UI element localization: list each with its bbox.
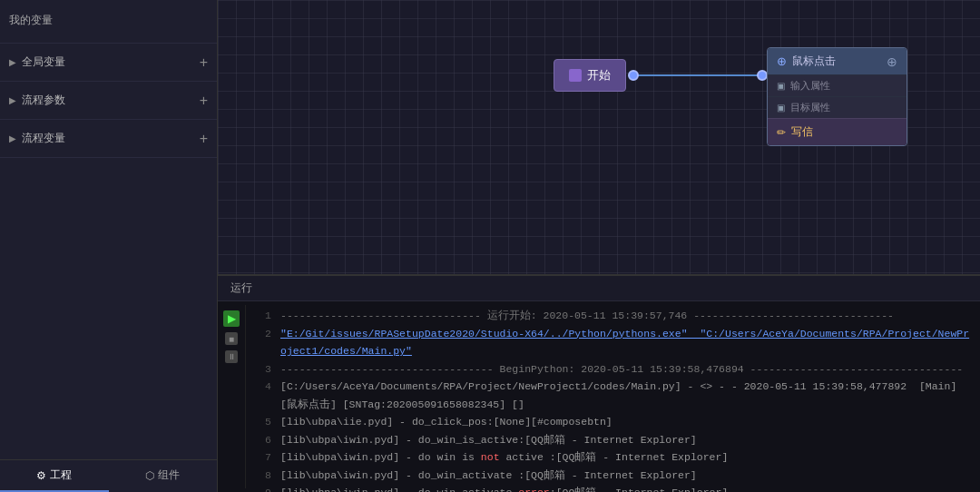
components-icon: ⬡ bbox=[145, 469, 154, 482]
pause-button[interactable]: ⏸ bbox=[225, 350, 238, 363]
log-line-text-not-active: [lib\ubpa\iwin.pyd] - do win is not acti… bbox=[280, 448, 971, 467]
log-line: 3 ---------------------------------- Beg… bbox=[255, 360, 971, 379]
node-input-props[interactable]: ▣ 输入属性 bbox=[768, 74, 906, 96]
add-flow-var-button[interactable]: + bbox=[200, 132, 208, 146]
log-line: 7 [lib\ubpa\iwin.pyd] - do win is not ac… bbox=[255, 448, 971, 467]
sidebar-item-global[interactable]: ▶ 全局变量 + bbox=[9, 51, 208, 74]
tab-components-label: 组件 bbox=[158, 467, 180, 483]
svg-point-2 bbox=[758, 71, 767, 80]
log-line: 1 -------------------------------- 运行开始:… bbox=[255, 307, 971, 325]
log-line-num: 1 bbox=[255, 307, 271, 325]
node-write[interactable]: ✏ 写信 bbox=[768, 118, 906, 145]
sidebar-item-params[interactable]: ▶ 流程参数 + bbox=[9, 89, 208, 112]
tab-engineering[interactable]: ⚙ 工程 bbox=[0, 460, 109, 492]
sidebar-flow-vars[interactable]: ▶ 流程变量 + bbox=[0, 120, 217, 158]
start-label: 开始 bbox=[587, 67, 611, 84]
arrow-icon-params: ▶ bbox=[9, 95, 16, 105]
log-line-text: [lib\ubpa\iwin.pyd] - do_win_activate :[… bbox=[280, 467, 971, 485]
move-handle[interactable]: ⊕ bbox=[887, 54, 897, 69]
log-line: 9 [lib\ubpa\iwin.pyd] - do_win_activate … bbox=[255, 484, 971, 492]
arrow-icon-global: ▶ bbox=[9, 57, 16, 67]
node-start[interactable]: 开始 bbox=[554, 59, 626, 92]
log-line-num: 8 bbox=[255, 467, 271, 485]
node-mouse-header: ⊕ 鼠标点击 ⊕ bbox=[768, 48, 906, 74]
main-content: 开始 ⊕ 鼠标点击 ⊕ ▣ 输入属性 ▣ 目标属性 ✏ 写信 bbox=[218, 0, 980, 492]
sidebar-item-flow-vars-label: 流程变量 bbox=[22, 131, 65, 146]
run-button[interactable]: ▶ bbox=[223, 310, 240, 327]
node-mouse-click[interactable]: ⊕ 鼠标点击 ⊕ ▣ 输入属性 ▣ 目标属性 ✏ 写信 bbox=[767, 47, 907, 146]
log-line: 8 [lib\ubpa\iwin.pyd] - do_win_activate … bbox=[255, 467, 971, 485]
log-line-text: ---------------------------------- Begin… bbox=[280, 360, 971, 379]
log-line-num: 6 bbox=[255, 431, 271, 449]
log-line-text: [C:/Users/AceYa/Documents/RPA/Project/Ne… bbox=[280, 378, 971, 413]
log-line: 2 "E:/Git/issues/RPASetupDate2020/Studio… bbox=[255, 325, 971, 360]
node-mouse-label: 鼠标点击 bbox=[792, 54, 836, 69]
log-line-num: 2 bbox=[255, 325, 271, 360]
sidebar-item-global-label: 全局变量 bbox=[22, 54, 65, 70]
log-line-text: [lib\ubpa\iwin.pyd] - do_win_is_active:[… bbox=[280, 431, 971, 449]
engineering-icon: ⚙ bbox=[36, 469, 46, 482]
sidebar-item-flow-vars[interactable]: ▶ 流程变量 + bbox=[9, 127, 208, 150]
log-line-num: 5 bbox=[255, 413, 271, 431]
mouse-icon: ⊕ bbox=[777, 54, 787, 68]
stop-button[interactable]: ■ bbox=[225, 332, 238, 345]
svg-point-1 bbox=[629, 71, 638, 80]
sidebar-item-params-label: 流程参数 bbox=[22, 93, 65, 108]
add-flow-param-button[interactable]: + bbox=[200, 93, 208, 108]
input-props-label: 输入属性 bbox=[790, 79, 830, 93]
sidebar: 我的变量 ▶ 全局变量 + ▶ 流程参数 + ▶ 流程变量 + bbox=[0, 0, 218, 492]
log-panel: 运行 ▶ ■ ⏸ 1 -----------------------------… bbox=[218, 274, 980, 492]
start-icon bbox=[569, 69, 582, 82]
add-global-var-button[interactable]: + bbox=[200, 55, 208, 70]
log-body[interactable]: ▶ ■ ⏸ 1 --------------------------------… bbox=[218, 301, 980, 492]
target-props-icon: ▣ bbox=[777, 103, 785, 113]
log-header-label: 运行 bbox=[230, 281, 252, 294]
sidebar-tabs: ⚙ 工程 ⬡ 组件 bbox=[0, 459, 217, 492]
arrow-icon-flow-vars: ▶ bbox=[9, 133, 16, 143]
sidebar-vars-title: 我的变量 bbox=[9, 7, 208, 35]
node-target-props[interactable]: ▣ 目标属性 bbox=[768, 96, 906, 118]
sidebar-item-flow-vars-left: ▶ 流程变量 bbox=[9, 131, 65, 146]
sidebar-my-vars: 我的变量 bbox=[0, 0, 217, 44]
write-label: 写信 bbox=[791, 124, 813, 140]
log-line-text-error-inline: [lib\ubpa\iwin.pyd] - do_win_activate er… bbox=[280, 484, 971, 492]
log-header: 运行 bbox=[218, 276, 980, 301]
log-line-num: 3 bbox=[255, 360, 271, 379]
log-line-link[interactable]: "E:/Git/issues/RPASetupDate2020/Studio-X… bbox=[280, 325, 971, 360]
log-lines: 1 -------------------------------- 运行开始:… bbox=[246, 305, 980, 488]
log-line-num: 9 bbox=[255, 484, 271, 492]
log-line-num: 7 bbox=[255, 448, 271, 467]
log-line: 5 [lib\ubpa\iie.pyd] - do_click_pos:[Non… bbox=[255, 413, 971, 431]
log-line-text: -------------------------------- 运行开始: 2… bbox=[280, 307, 971, 325]
canvas-area[interactable]: 开始 ⊕ 鼠标点击 ⊕ ▣ 输入属性 ▣ 目标属性 ✏ 写信 bbox=[218, 0, 980, 274]
sidebar-item-global-left: ▶ 全局变量 bbox=[9, 54, 65, 70]
write-icon: ✏ bbox=[777, 126, 786, 139]
log-line-text: [lib\ubpa\iie.pyd] - do_click_pos:[None]… bbox=[280, 413, 971, 431]
log-controls: ▶ ■ ⏸ bbox=[218, 305, 246, 488]
input-props-icon: ▣ bbox=[777, 81, 785, 91]
log-line: 4 [C:/Users/AceYa/Documents/RPA/Project/… bbox=[255, 378, 971, 413]
target-props-label: 目标属性 bbox=[790, 101, 830, 114]
sidebar-item-params-left: ▶ 流程参数 bbox=[9, 93, 65, 108]
sidebar-flow-params[interactable]: ▶ 流程参数 + bbox=[0, 82, 217, 120]
tab-components[interactable]: ⬡ 组件 bbox=[109, 460, 218, 492]
log-line-num: 4 bbox=[255, 378, 271, 413]
log-line: 6 [lib\ubpa\iwin.pyd] - do_win_is_active… bbox=[255, 431, 971, 449]
tab-engineering-label: 工程 bbox=[50, 467, 72, 483]
sidebar-global-vars[interactable]: ▶ 全局变量 + bbox=[0, 44, 217, 82]
